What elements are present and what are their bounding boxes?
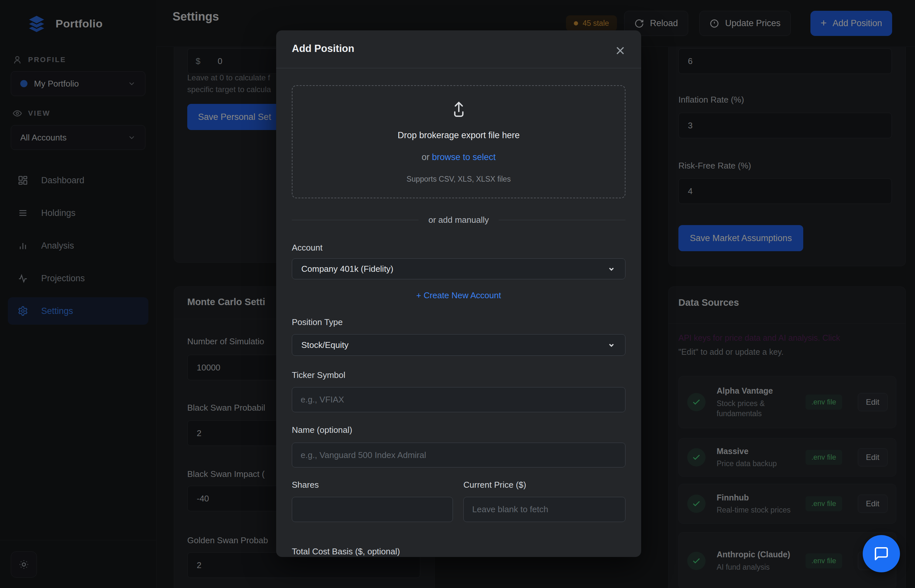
upload-icon	[293, 100, 625, 119]
close-icon[interactable]	[614, 44, 627, 57]
current-price-input[interactable]	[463, 497, 626, 522]
chevron-down-icon	[607, 340, 616, 349]
browse-to-select-link[interactable]: browse to select	[432, 152, 496, 162]
dropzone-browse-line: or browse to select	[293, 152, 625, 162]
position-type-select-value: Stock/Equity	[301, 340, 607, 350]
position-type-select[interactable]: Stock/Equity	[292, 334, 626, 356]
total-cost-basis-label: Total Cost Basis ($, optional)	[292, 546, 400, 557]
position-type-label: Position Type	[292, 317, 343, 327]
create-new-account-link[interactable]: + Create New Account	[276, 291, 641, 300]
chat-bubble-icon	[873, 546, 889, 562]
dropzone-or-text: or	[422, 152, 432, 162]
shares-label: Shares	[292, 480, 318, 490]
name-optional-label: Name (optional)	[292, 425, 352, 435]
add-position-modal: Add Position Drop brokerage export file …	[276, 31, 641, 557]
dropzone-primary-text: Drop brokerage export file here	[293, 130, 625, 141]
account-label: Account	[292, 243, 323, 253]
dropzone-supported-formats: Supports CSV, XLS, XLSX files	[293, 175, 625, 184]
chevron-down-icon	[607, 264, 616, 273]
or-add-manually-divider: or add manually	[292, 215, 626, 225]
account-select-value: Company 401k (Fidelity)	[301, 264, 607, 274]
current-price-label: Current Price ($)	[463, 480, 526, 490]
modal-header-divider	[276, 68, 641, 68]
shares-input[interactable]	[292, 497, 453, 522]
account-select[interactable]: Company 401k (Fidelity)	[292, 258, 626, 279]
name-optional-input[interactable]	[292, 443, 626, 467]
or-add-manually-text: or add manually	[428, 215, 489, 225]
ticker-symbol-label: Ticker Symbol	[292, 370, 345, 380]
ticker-symbol-input[interactable]	[292, 387, 626, 412]
chat-fab-button[interactable]	[863, 535, 900, 572]
file-dropzone[interactable]: Drop brokerage export file here or brows…	[292, 85, 626, 198]
modal-title: Add Position	[292, 43, 354, 55]
